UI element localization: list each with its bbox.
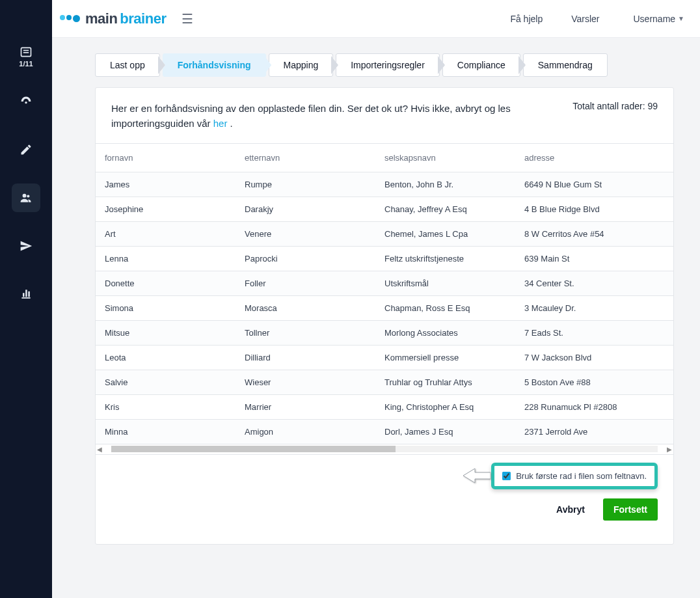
table-row: ArtVenereChemel, James L Cpa8 W Cerritos… xyxy=(96,221,673,246)
table-cell: Rumpe xyxy=(245,180,384,189)
user-menu-label: Username xyxy=(634,14,676,24)
topbar: mainbrainer ☰ Få hjelp Varsler Username … xyxy=(52,0,700,38)
brand-part2: brainer xyxy=(120,10,166,27)
table-cell: Donette xyxy=(105,279,245,288)
svg-point-5 xyxy=(27,195,29,197)
scroll-left-icon: ◀ xyxy=(96,445,103,453)
sidebar-item-contacts[interactable] xyxy=(12,183,40,212)
table-cell: 7 Eads St. xyxy=(524,328,664,338)
table-cell: Chemel, James L Cpa xyxy=(384,229,524,239)
table-column-header: etternavn xyxy=(245,153,384,163)
table-cell: Feltz utskriftstjeneste xyxy=(384,254,524,264)
table-cell: Leota xyxy=(105,353,245,362)
sidebar-toggle-button[interactable]: ☰ xyxy=(176,11,198,27)
table-column-header: adresse xyxy=(524,153,664,163)
total-rows: Totalt antall rader: 99 xyxy=(572,101,658,111)
scroll-right-icon: ▶ xyxy=(666,445,673,453)
table-cell: Morlong Associates xyxy=(384,328,524,338)
chart-icon xyxy=(20,288,33,301)
table-cell: Josephine xyxy=(105,204,245,214)
chevron-right-icon xyxy=(519,57,526,74)
wizard-step[interactable]: Sammendrag xyxy=(523,53,608,77)
table-column-header: fornavn xyxy=(105,153,245,163)
table-row: SalvieWieserTruhlar og Truhlar Attys5 Bo… xyxy=(96,370,673,394)
table-header-row: fornavnetternavnselskapsnavnadresse xyxy=(96,144,673,172)
gauge-icon xyxy=(20,95,33,108)
table-row: LeotaDilliardKommersiell presse7 W Jacks… xyxy=(96,345,673,370)
table-row: MinnaAmigonDorl, James J Esq2371 Jerrold… xyxy=(96,419,673,444)
sidebar: 1/11 xyxy=(0,0,52,598)
intro-link[interactable]: her xyxy=(213,118,228,129)
table-cell: Amigon xyxy=(245,427,384,437)
brand-logo[interactable]: mainbrainer xyxy=(60,10,166,27)
preview-panel: Her er en forhåndsvisning av den opplast… xyxy=(95,87,674,545)
chevron-right-icon xyxy=(265,57,271,74)
panel-footer: Bruk første rad i filen som feltnavn. Av… xyxy=(96,455,673,544)
table-cell: Chapman, Ross E Esq xyxy=(384,303,524,313)
table-cell: Foller xyxy=(245,279,384,288)
table-column-header: selskapsnavn xyxy=(384,153,524,163)
horizontal-scrollbar[interactable]: ◀ ▶ xyxy=(96,444,673,454)
cancel-button[interactable]: Avbryt xyxy=(546,498,595,521)
table-cell: 7 W Jackson Blvd xyxy=(524,353,664,362)
alerts-link[interactable]: Varsler xyxy=(562,14,608,24)
svg-point-4 xyxy=(23,194,27,198)
list-icon xyxy=(20,46,33,59)
table-cell: 3 Mcauley Dr. xyxy=(524,303,664,313)
wizard-step[interactable]: Forhåndsvisning xyxy=(163,53,266,77)
table-row: LennaPaprockiFeltz utskriftstjeneste639 … xyxy=(96,246,673,271)
wizard-step[interactable]: Mapping xyxy=(269,53,334,77)
intro-text-post: . xyxy=(227,118,232,129)
table-cell: 5 Boston Ave #88 xyxy=(524,377,664,387)
table-row: JosephineDarakjyChanay, Jeffrey A Esq4 B… xyxy=(96,197,673,221)
sidebar-item-compose[interactable] xyxy=(12,135,40,164)
sidebar-item-analytics[interactable] xyxy=(12,280,40,308)
table-row: SimonaMorascaChapman, Ross E Esq3 Mcaule… xyxy=(96,295,673,320)
table-cell: Tollner xyxy=(245,328,384,338)
wizard-step[interactable]: Compliance xyxy=(442,53,520,77)
table-row: KrisMarrierKing, Christopher A Esq228 Ru… xyxy=(96,394,673,419)
table-row: JamesRumpeBenton, John B Jr.6649 N Blue … xyxy=(96,172,673,197)
table-cell: Chanay, Jeffrey A Esq xyxy=(384,204,524,214)
help-link[interactable]: Få hjelp xyxy=(501,14,552,24)
table-cell: Minna xyxy=(105,427,245,437)
table-cell: Mitsue xyxy=(105,328,245,338)
table-cell: Morasca xyxy=(245,303,384,313)
paper-plane-icon xyxy=(20,239,33,252)
table-cell: Lenna xyxy=(105,254,245,264)
table-cell: Kommersiell presse xyxy=(384,353,524,362)
table-cell: King, Christopher A Esq xyxy=(384,402,524,412)
total-rows-value: 99 xyxy=(647,101,658,111)
brand-dots-icon xyxy=(60,15,80,22)
intro-text: Her er en forhåndsvisning av den opplast… xyxy=(111,103,511,129)
table-cell: Utskriftsmål xyxy=(384,279,524,288)
first-row-as-fieldnames-label: Bruk første rad i filen som feltnavn. xyxy=(516,471,647,481)
table-cell: James xyxy=(105,180,245,189)
sidebar-item-send[interactable] xyxy=(12,232,40,260)
caret-down-icon: ▼ xyxy=(678,15,684,22)
table-cell: Marrier xyxy=(245,402,384,412)
table-body[interactable]: JamesRumpeBenton, John B Jr.6649 N Blue … xyxy=(96,172,673,444)
total-rows-label: Totalt antall rader: xyxy=(572,101,645,111)
table-cell: Art xyxy=(105,229,245,239)
panel-intro: Her er en forhåndsvisning av den opplast… xyxy=(111,101,541,131)
first-row-as-fieldnames-callout: Bruk første rad i filen som feltnavn. xyxy=(491,463,658,489)
wizard-step-label: Last opp xyxy=(110,60,145,70)
table-cell: 6649 N Blue Gum St xyxy=(524,180,664,189)
pencil-icon xyxy=(20,143,33,156)
wizard-step-label: Sammendrag xyxy=(538,60,593,70)
user-menu-toggle[interactable]: Username ▼ xyxy=(619,14,685,24)
brand-part1: main xyxy=(85,10,117,27)
table-cell: 4 B Blue Ridge Blvd xyxy=(524,204,664,214)
chevron-right-icon xyxy=(438,57,445,74)
wizard-step[interactable]: Last opp xyxy=(95,53,160,77)
sidebar-step-label: 1/11 xyxy=(19,60,33,68)
first-row-as-fieldnames-checkbox[interactable] xyxy=(502,472,511,480)
wizard-step-label: Compliance xyxy=(457,60,505,70)
panel-header: Her er en forhåndsvisning av den opplast… xyxy=(96,88,673,144)
table-cell: Salvie xyxy=(105,377,245,387)
table-cell: Simona xyxy=(105,303,245,313)
continue-button[interactable]: Fortsett xyxy=(603,498,658,521)
sidebar-item-dashboard[interactable] xyxy=(12,87,40,116)
wizard-step[interactable]: Importeringsregler xyxy=(336,53,440,77)
